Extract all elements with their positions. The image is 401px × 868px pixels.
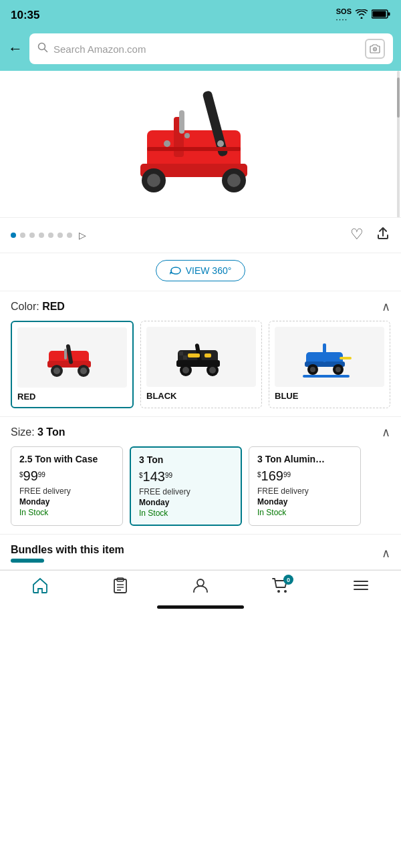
color-image-red xyxy=(17,327,127,388)
svg-rect-15 xyxy=(179,110,184,134)
svg-rect-38 xyxy=(183,355,187,359)
svg-rect-36 xyxy=(205,353,211,357)
color-section-header: Color: RED ∧ xyxy=(11,299,390,314)
product-image-area xyxy=(0,71,401,218)
size-selected-label: 3 Ton xyxy=(37,426,65,438)
color-section: Color: RED ∧ RED xyxy=(0,291,401,417)
size-price-2.5ton: $9999 xyxy=(19,468,114,484)
status-icons: SOS···· xyxy=(336,7,390,23)
color-label-red: RED xyxy=(17,392,127,402)
svg-rect-45 xyxy=(323,343,326,362)
dot-2[interactable] xyxy=(20,233,25,238)
dot-5[interactable] xyxy=(48,233,53,238)
status-time: 10:35 xyxy=(11,9,39,22)
svg-rect-47 xyxy=(303,375,350,378)
product-jack-svg xyxy=(107,77,294,210)
svg-point-42 xyxy=(310,367,315,372)
nav-menu[interactable] xyxy=(352,577,370,596)
size-chevron-icon[interactable]: ∧ xyxy=(382,425,390,440)
share-icon[interactable] xyxy=(376,226,390,245)
image-controls: ▷ ♡ xyxy=(0,218,401,253)
size-day-3ton: Monday xyxy=(139,498,233,507)
svg-line-4 xyxy=(45,49,47,52)
size-delivery-3ton: FREE delivery xyxy=(139,487,233,496)
status-bar: 10:35 SOS···· xyxy=(0,0,401,29)
size-stock-2.5ton: In Stock xyxy=(19,508,114,517)
nav-purchases[interactable] xyxy=(112,577,129,596)
size-name-3ton-alum: 3 Ton Alumin… xyxy=(257,454,352,464)
bundles-section: Bundles with this item ∧ xyxy=(0,535,401,570)
home-indicator xyxy=(0,601,401,611)
svg-point-54 xyxy=(277,590,280,593)
size-option-2.5ton[interactable]: 2.5 Ton with Case $9999 FREE delivery Mo… xyxy=(11,446,123,526)
home-bar xyxy=(157,605,244,609)
dot-3[interactable] xyxy=(29,233,35,238)
dot-6[interactable] xyxy=(57,233,63,238)
battery-icon xyxy=(372,9,390,21)
size-option-3ton-alum[interactable]: 3 Ton Alumin… $16999 FREE delivery Monda… xyxy=(249,446,361,526)
svg-rect-2 xyxy=(373,11,386,17)
size-day-2.5ton: Monday xyxy=(19,497,114,507)
size-stock-3ton: In Stock xyxy=(139,509,233,518)
color-option-blue[interactable]: BLUE xyxy=(269,321,390,408)
search-placeholder: Search Amazon.com xyxy=(53,43,360,55)
svg-rect-1 xyxy=(388,13,390,16)
svg-point-16 xyxy=(164,140,170,147)
nav-cart[interactable]: 0 xyxy=(272,577,289,596)
size-name-2.5ton: 2.5 Ton with Case xyxy=(19,454,114,464)
size-delivery-3ton-alum: FREE delivery xyxy=(257,486,352,496)
svg-rect-37 xyxy=(179,351,183,355)
size-name-3ton: 3 Ton xyxy=(139,454,233,465)
menu-icon xyxy=(352,577,370,596)
account-icon xyxy=(192,577,209,596)
view360-button[interactable]: VIEW 360° xyxy=(156,260,246,281)
home-icon xyxy=(31,577,49,596)
size-grid: 2.5 Ton with Case $9999 FREE delivery Mo… xyxy=(11,446,390,526)
color-grid: RED xyxy=(11,321,390,408)
camera-search-button[interactable] xyxy=(365,39,385,59)
wishlist-icon[interactable]: ♡ xyxy=(350,226,364,245)
dot-next-icon[interactable]: ▷ xyxy=(79,230,86,241)
bundles-teal-bar xyxy=(11,559,44,563)
size-option-3ton[interactable]: 3 Ton $14399 FREE delivery Monday In Sto… xyxy=(130,446,242,526)
size-section: Size: 3 Ton ∧ 2.5 Ton with Case $9999 FR… xyxy=(0,417,401,535)
wifi-icon xyxy=(356,9,368,21)
svg-point-55 xyxy=(284,590,287,593)
svg-rect-19 xyxy=(147,147,241,151)
size-day-3ton-alum: Monday xyxy=(257,497,352,507)
svg-point-25 xyxy=(80,368,87,374)
view360-row: VIEW 360° xyxy=(0,253,401,291)
search-bar[interactable]: Search Amazon.com xyxy=(29,33,393,64)
size-delivery-2.5ton: FREE delivery xyxy=(19,486,114,496)
color-chevron-icon[interactable]: ∧ xyxy=(382,299,390,314)
size-section-header: Size: 3 Ton ∧ xyxy=(11,425,390,440)
bundles-title: Bundles with this item xyxy=(11,544,124,556)
scrollbar[interactable] xyxy=(397,71,400,218)
dot-4[interactable] xyxy=(39,233,44,238)
sos-indicator: SOS···· xyxy=(336,7,352,23)
back-button[interactable]: ← xyxy=(8,40,23,57)
size-stock-3ton-alum: In Stock xyxy=(257,508,352,517)
bundles-chevron-icon[interactable]: ∧ xyxy=(382,546,390,561)
dot-7[interactable] xyxy=(67,233,72,238)
dot-1[interactable] xyxy=(11,233,16,238)
image-dots: ▷ xyxy=(11,230,86,241)
svg-point-53 xyxy=(197,579,204,586)
color-selected-label: RED xyxy=(42,301,65,312)
svg-rect-35 xyxy=(188,353,200,357)
purchases-icon xyxy=(112,577,129,596)
nav-home[interactable] xyxy=(31,577,49,596)
color-option-red[interactable]: RED xyxy=(11,321,134,408)
color-section-title: Color: RED xyxy=(11,301,65,313)
color-image-blue xyxy=(275,327,384,387)
nav-account[interactable] xyxy=(192,577,209,596)
svg-point-23 xyxy=(53,368,60,374)
color-image-black xyxy=(146,327,256,387)
color-option-black[interactable]: BLACK xyxy=(140,321,262,408)
color-label-blue: BLUE xyxy=(275,391,384,401)
svg-point-6 xyxy=(374,49,376,50)
size-price-3ton: $14399 xyxy=(139,469,233,484)
view360-label: VIEW 360° xyxy=(186,265,232,276)
svg-point-13 xyxy=(227,174,241,187)
search-icon xyxy=(37,42,48,55)
